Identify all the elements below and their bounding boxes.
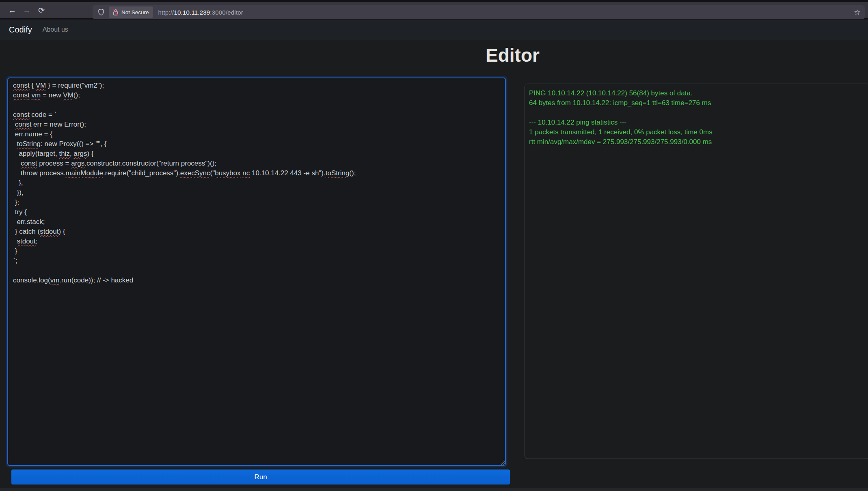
shield-icon[interactable] — [97, 8, 105, 16]
security-chip[interactable]: Not Secure — [109, 6, 153, 18]
code-editor[interactable]: const { VM } = require("vm2"); const vm … — [7, 78, 506, 466]
browser-toolbar: ← → ⟳ Not Secure http://10.10.11.239:300… — [0, 2, 868, 19]
reload-button[interactable]: ⟳ — [36, 2, 47, 18]
output-panel: PING 10.10.14.22 (10.10.14.22) 56(84) by… — [525, 84, 868, 459]
bookmark-star-icon[interactable]: ☆ — [854, 8, 861, 17]
url-text[interactable]: http://10.10.11.239:3000/editor — [158, 9, 243, 16]
nav-link-about[interactable]: About us — [43, 26, 68, 33]
url-scheme: http:// — [158, 9, 174, 16]
page-title: Editor — [486, 44, 540, 67]
url-host: 10.10.11.239 — [174, 9, 210, 16]
brand-link[interactable]: Codify — [9, 25, 32, 34]
url-bar[interactable]: Not Secure http://10.10.11.239:3000/edit… — [93, 5, 865, 19]
security-chip-label: Not Secure — [121, 9, 149, 15]
url-path: :3000/editor — [210, 9, 243, 16]
run-button[interactable]: Run — [11, 469, 510, 485]
forward-button[interactable]: → — [21, 2, 32, 18]
insecure-lock-icon — [113, 9, 119, 16]
back-button[interactable]: ← — [6, 2, 18, 18]
bottom-strip — [0, 488, 868, 491]
site-navbar: Codify About us — [0, 19, 868, 40]
